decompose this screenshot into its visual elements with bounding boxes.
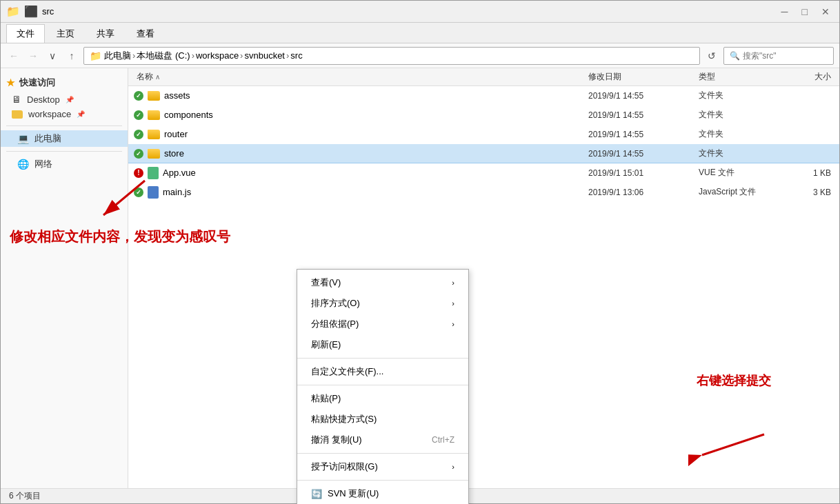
window-icon: 📁	[6, 5, 20, 18]
address-box[interactable]: 📁 此电脑 › 本地磁盘 (C:) › workspace › svnbucke…	[83, 47, 700, 65]
context-menu-item-refresh[interactable]: 刷新(E)	[297, 334, 468, 355]
computer-icon: 💻	[17, 133, 29, 144]
file-date-cell: 2019/9/1 14:55	[586, 91, 696, 101]
recent-locations-button[interactable]: ∨	[45, 48, 60, 63]
forward-button[interactable]: →	[26, 48, 41, 63]
menu-item-label: 撤消 复制(U)	[311, 434, 362, 446]
menu-item-left: 授予访问权限(G)	[311, 461, 378, 473]
search-box[interactable]: 🔍	[723, 47, 834, 65]
workspace-folder-icon	[12, 110, 23, 119]
window-title: src	[42, 6, 773, 17]
menu-item-right: ›	[452, 299, 454, 308]
file-type-cell: JavaScript 文件	[696, 186, 779, 198]
file-name-cell: ✓ router	[134, 129, 586, 139]
menu-item-label: SVN 更新(U)	[328, 487, 379, 500]
sidebar: ★ 快速访问 🖥 Desktop 📌 workspace 📌 💻 此电脑 🌐	[1, 68, 128, 488]
tab-view[interactable]: 查看	[126, 24, 165, 43]
sidebar-desktop-label: Desktop	[27, 94, 60, 105]
svg-line-3	[702, 434, 764, 455]
menu-arrow-icon: ›	[452, 279, 454, 287]
search-input[interactable]	[743, 51, 828, 61]
path-part-5: src	[290, 50, 302, 61]
file-name-text: store	[164, 148, 184, 159]
address-bar-row: ← → ∨ ↑ 📁 此电脑 › 本地磁盘 (C:) › workspace › …	[1, 43, 839, 68]
menu-item-left: 撤消 复制(U)	[311, 434, 362, 446]
sidebar-item-workspace[interactable]: workspace 📌	[1, 107, 128, 121]
file-type-cell: 文件夹	[696, 148, 779, 159]
quick-access-header: ★ 快速访问	[1, 74, 128, 92]
svg-line-1	[103, 181, 145, 215]
col-header-size[interactable]: 大小	[779, 71, 834, 83]
menu-item-left: 自定义文件夹(F)...	[311, 365, 383, 378]
tab-share[interactable]: 共享	[86, 24, 125, 43]
close-button[interactable]: ✕	[817, 6, 834, 17]
menu-arrow-icon: ›	[452, 320, 454, 328]
context-menu-item-group[interactable]: 分组依据(P) ›	[297, 314, 468, 334]
status-count: 6 个项目	[9, 490, 41, 502]
maximize-button[interactable]: □	[798, 6, 812, 17]
menu-item-left: 粘贴快捷方式(S)	[311, 413, 377, 425]
context-menu-item-view[interactable]: 查看(V) ›	[297, 272, 468, 293]
back-button[interactable]: ←	[6, 48, 21, 63]
context-menu-separator	[297, 480, 468, 481]
path-part-3: workspace	[196, 50, 239, 61]
file-list: ✓ assets 2019/9/1 14:55 文件夹 ✓ components…	[128, 86, 839, 202]
menu-item-left: 排序方式(O)	[311, 297, 360, 310]
file-type-cell: 文件夹	[696, 128, 779, 140]
file-type-cell: VUE 文件	[696, 167, 779, 179]
menu-item-label: 授予访问权限(G)	[311, 461, 378, 473]
table-row[interactable]: ✓ router 2019/9/1 14:55 文件夹	[128, 125, 839, 144]
ribbon-tabs: 文件 主页 共享 查看	[1, 23, 839, 43]
sidebar-item-this-pc[interactable]: 💻 此电脑	[1, 130, 128, 147]
menu-item-right: ›	[452, 463, 454, 471]
context-menu-item-paste-shortcut[interactable]: 粘贴快捷方式(S)	[297, 409, 468, 430]
window-controls: ─ □ ✕	[777, 6, 834, 17]
up-button[interactable]: ↑	[64, 48, 79, 63]
col-header-date[interactable]: 修改日期	[586, 71, 696, 83]
context-menu-item-customize[interactable]: 自定义文件夹(F)...	[297, 361, 468, 382]
table-row[interactable]: ✓ store 2019/9/1 14:55 文件夹	[128, 144, 839, 163]
context-menu-separator	[297, 358, 468, 359]
pin-icon: 📌	[66, 96, 74, 103]
context-menu-separator	[297, 453, 468, 454]
sort-arrow: ∧	[155, 73, 160, 81]
menu-item-right: Ctrl+Z	[432, 435, 454, 445]
file-date-cell: 2019/9/1 14:55	[586, 130, 696, 139]
context-menu-item-sort[interactable]: 排序方式(O) ›	[297, 293, 468, 314]
path-part-2: 本地磁盘 (C:)	[137, 50, 190, 62]
context-menu: 查看(V) › 排序方式(O) › 分组依据(P) › 刷新(E) 自定义文件夹…	[297, 269, 469, 504]
file-size-cell: 3 KB	[779, 188, 834, 197]
menu-item-label: 排序方式(O)	[311, 297, 360, 310]
file-type-cell: 文件夹	[696, 90, 779, 101]
context-menu-item-paste[interactable]: 粘贴(P)	[297, 388, 468, 409]
annotation-left-text: 修改相应文件内容，发现变为感叹号	[10, 228, 230, 246]
menu-item-left: 分组依据(P)	[311, 318, 359, 330]
context-menu-item-undo[interactable]: 撤消 复制(U) Ctrl+Z	[297, 430, 468, 450]
menu-item-label: 粘贴(P)	[311, 392, 341, 405]
table-row[interactable]: ✓ assets 2019/9/1 14:55 文件夹	[128, 86, 839, 105]
file-name-cell: ! App.vue	[134, 167, 586, 179]
context-menu-item-svn-update[interactable]: 🔄SVN 更新(U)	[297, 483, 468, 504]
file-name-text: router	[164, 129, 188, 139]
file-size-cell: 1 KB	[779, 168, 834, 178]
sidebar-item-desktop[interactable]: 🖥 Desktop 📌	[1, 92, 128, 107]
col-header-type[interactable]: 类型	[696, 71, 779, 83]
menu-item-label: 分组依据(P)	[311, 318, 359, 330]
sidebar-workspace-label: workspace	[28, 109, 71, 119]
tab-file[interactable]: 文件	[6, 24, 45, 43]
sidebar-item-network[interactable]: 🌐 网络	[1, 156, 128, 172]
minimize-button[interactable]: ─	[777, 6, 792, 17]
annotation-right-text: 右键选择提交	[697, 372, 771, 389]
tab-home[interactable]: 主页	[46, 24, 85, 43]
table-row[interactable]: ✓ components 2019/9/1 14:55 文件夹	[128, 105, 839, 125]
file-name-text: App.vue	[163, 168, 196, 178]
network-label: 网络	[34, 158, 52, 170]
svn-ok-icon: ✓	[134, 91, 143, 101]
table-row[interactable]: ! App.vue 2019/9/1 15:01 VUE 文件 1 KB	[128, 163, 839, 183]
refresh-button[interactable]: ↺	[704, 48, 719, 63]
context-menu-item-access[interactable]: 授予访问权限(G) ›	[297, 456, 468, 477]
file-name-text: components	[164, 110, 213, 120]
table-row[interactable]: ✓ main.js 2019/9/1 13:06 JavaScript 文件 3…	[128, 183, 839, 202]
menu-arrow-icon: ›	[452, 463, 454, 471]
col-header-name[interactable]: 名称 ∧	[134, 71, 586, 83]
